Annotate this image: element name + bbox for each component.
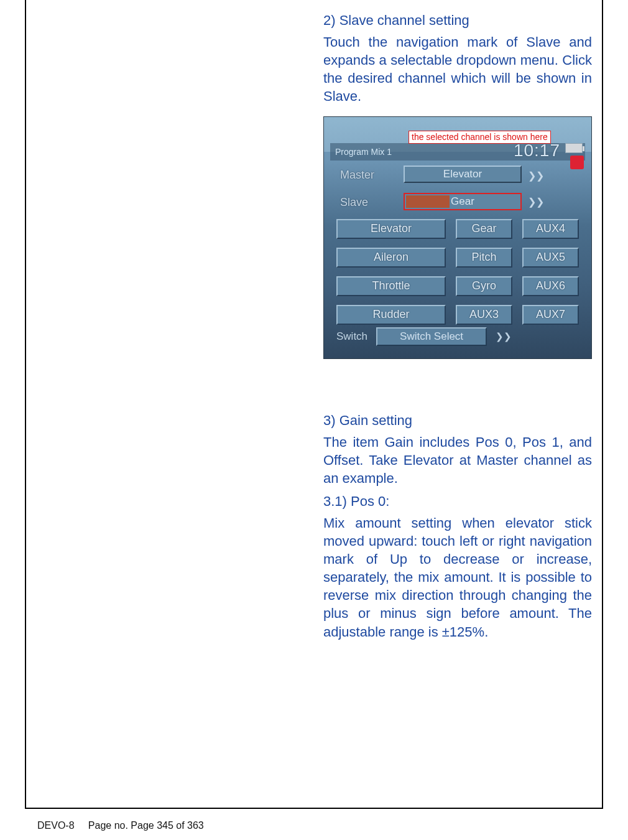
battery-icon	[565, 143, 583, 153]
grid-row: Rudder AUX3 AUX7	[336, 305, 579, 325]
grid-cell[interactable]: AUX3	[456, 305, 512, 325]
switch-select-button[interactable]: Switch Select	[376, 327, 487, 346]
grid-row: Aileron Pitch AUX5	[336, 248, 579, 268]
channel-grid: Elevator Gear AUX4 Aileron Pitch AUX5 Th…	[336, 219, 579, 334]
section-3-heading: 3) Gain setting	[323, 411, 592, 429]
master-label: Master	[340, 168, 374, 183]
grid-cell[interactable]: AUX6	[522, 276, 579, 296]
device-screenshot: the selected channel is shown here Progr…	[323, 116, 592, 359]
switch-select-label: Switch Select	[400, 330, 463, 343]
body-column: 2) Slave channel setting Touch the navig…	[323, 11, 592, 645]
section-3-paragraph-2: Mix amount setting when elevator stick m…	[323, 514, 592, 640]
grid-cell[interactable]: AUX7	[522, 305, 579, 325]
grid-cell[interactable]: Aileron	[336, 248, 446, 268]
section-3-1-heading: 3.1) Pos 0:	[323, 492, 592, 510]
footer-page: Page no. Page 345 of 363	[88, 820, 204, 831]
grid-cell[interactable]: Elevator	[336, 219, 446, 239]
master-value: Elevator	[443, 167, 482, 181]
callout-label: the selected channel is shown here	[409, 131, 551, 143]
grid-cell[interactable]: Pitch	[456, 248, 512, 268]
frame-rule-bottom	[25, 808, 603, 809]
frame-rule-left	[25, 0, 26, 809]
grid-row: Elevator Gear AUX4	[336, 219, 579, 239]
slave-field[interactable]: Gear	[404, 193, 522, 210]
section-2-heading: 2) Slave channel setting	[323, 11, 592, 29]
switch-row: Switch Switch Select ❯❯	[336, 327, 512, 346]
grid-cell[interactable]: Rudder	[336, 305, 446, 325]
section-2-paragraph: Touch the navigation mark of Slave and e…	[323, 33, 592, 105]
switch-label: Switch	[336, 330, 367, 343]
frame-rule-right	[602, 0, 603, 809]
master-field[interactable]: Elevator	[404, 166, 522, 183]
chevron-down-icon[interactable]: ❯❯	[496, 330, 512, 343]
footer-model: DEVO-8	[37, 820, 75, 831]
grid-cell[interactable]: AUX5	[522, 248, 579, 268]
grid-cell[interactable]: Gear	[456, 219, 512, 239]
page: 2) Slave channel setting Touch the navig…	[0, 0, 628, 840]
chevron-down-icon[interactable]: ❯❯	[528, 169, 544, 182]
screen-title: Program Mix 1	[335, 146, 392, 157]
slave-label: Slave	[340, 195, 368, 210]
slave-value: Gear	[451, 195, 474, 208]
grid-row: Throttle Gyro AUX6	[336, 276, 579, 296]
slave-selection-highlight	[406, 195, 450, 208]
grid-cell[interactable]: Throttle	[336, 276, 446, 296]
section-3-paragraph-1: The item Gain includes Pos 0, Pos 1, and…	[323, 433, 592, 487]
record-icon	[570, 156, 584, 169]
grid-cell[interactable]: AUX4	[522, 219, 579, 239]
page-footer: DEVO-8 Page no. Page 345 of 363	[37, 820, 204, 831]
grid-cell[interactable]: Gyro	[456, 276, 512, 296]
chevron-down-icon[interactable]: ❯❯	[528, 195, 544, 208]
